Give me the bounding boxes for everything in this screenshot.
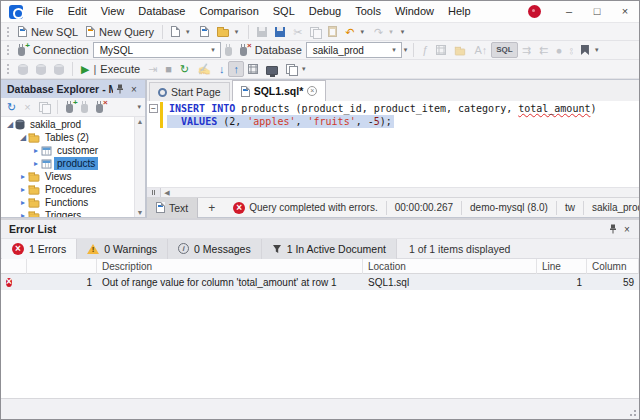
tree-node-sakila-prod[interactable]: ◢sakila_prod — [1, 118, 134, 131]
menu-comparison[interactable]: Comparison — [192, 1, 265, 22]
new-document-button[interactable]: ▾ — [167, 25, 196, 38]
scroll-up-icon[interactable]: ▲ — [135, 118, 145, 125]
menu-debug[interactable]: Debug — [302, 1, 348, 22]
collapsed-arrow-icon[interactable]: ▸ — [18, 172, 28, 181]
pin-icon[interactable] — [113, 82, 127, 96]
manage-connections-button[interactable] — [14, 63, 32, 76]
previous-statement-button[interactable]: ↓ — [215, 62, 229, 76]
split-editor-handle[interactable] — [147, 188, 161, 197]
fold-collapse-icon[interactable]: − — [149, 104, 158, 113]
collapsed-arrow-icon[interactable]: ▸ — [18, 198, 28, 207]
tab-sql1[interactable]: SQL1.sql* × — [232, 80, 327, 101]
new-connection-button[interactable]: + — [62, 100, 77, 114]
description-column-header[interactable]: Description — [97, 259, 363, 274]
close-tab-icon[interactable]: × — [307, 86, 317, 96]
scroll-down-icon[interactable]: ▼ — [135, 209, 145, 216]
toolbar-overflow-button[interactable]: ▾ — [593, 46, 601, 54]
comment-button[interactable]: ⦁ — [552, 43, 566, 57]
menu-help[interactable]: Help — [441, 1, 478, 22]
resize-grip[interactable] — [627, 407, 637, 417]
fold-gutter[interactable]: − — [147, 102, 160, 115]
new-query-button[interactable]: New Query — [82, 25, 158, 39]
new-window-button[interactable] — [196, 25, 213, 38]
sql-formatting-button[interactable]: SQL — [491, 42, 517, 58]
copy-button[interactable] — [306, 26, 324, 38]
tree-node-functions[interactable]: ▸Functions — [1, 196, 134, 209]
collapsed-arrow-icon[interactable]: ▸ — [18, 211, 28, 217]
connection-select[interactable]: MySQL▾ — [93, 42, 221, 58]
tab-start-page[interactable]: Start Page — [149, 82, 230, 101]
undo-button[interactable]: ↶▾ — [341, 25, 370, 39]
toolbar-grip[interactable] — [6, 44, 11, 56]
indent-increase-button[interactable]: ⇉ — [518, 43, 535, 57]
snippet-button[interactable] — [450, 44, 470, 57]
paste-button[interactable] — [324, 25, 341, 38]
query-history-button[interactable]: ↻ — [176, 62, 193, 76]
add-view-button[interactable]: + — [198, 201, 225, 215]
error-table-row[interactable]: 1Out of range value for column 'total_am… — [1, 274, 639, 290]
toolbar-grip[interactable] — [6, 26, 11, 38]
tree-node-products[interactable]: ▸products — [1, 157, 134, 170]
close-panel-button[interactable]: × — [127, 82, 141, 96]
new-sql-button[interactable]: New SQL — [14, 25, 82, 39]
format-profile-button[interactable]: ƒ — [418, 43, 432, 57]
query-profile-button[interactable] — [432, 44, 450, 56]
menu-edit[interactable]: Edit — [61, 1, 94, 22]
new-connection-button[interactable]: + — [14, 43, 29, 57]
disconnect-button[interactable]: × — [236, 43, 251, 57]
disconnect-button[interactable]: × — [92, 100, 107, 114]
execute-button[interactable]: ▶|Execute — [77, 62, 144, 76]
redo-button[interactable]: ↷▾ — [370, 25, 399, 39]
minimize-button[interactable]: – — [555, 1, 583, 22]
toolbar-overflow-button[interactable]: ▾ — [399, 28, 407, 36]
line-column-header[interactable]: Line — [537, 259, 587, 274]
delete-button[interactable]: × — [20, 100, 34, 114]
open-file-button[interactable]: ▾ — [213, 25, 245, 38]
errors-filter-button[interactable]: 1 Errors — [2, 239, 77, 259]
active-document-filter-button[interactable]: 1 In Active Document — [262, 239, 397, 259]
collapsed-arrow-icon[interactable]: ▸ — [18, 185, 28, 194]
duplicate-button[interactable] — [35, 101, 53, 113]
results-grid-button[interactable] — [244, 63, 262, 75]
menu-sql[interactable]: SQL — [266, 1, 302, 22]
stop-button[interactable]: ■ — [161, 62, 176, 76]
menu-view[interactable]: View — [94, 1, 132, 22]
tree-node-views[interactable]: ▸Views — [1, 170, 134, 183]
expanded-arrow-icon[interactable]: ◢ — [5, 120, 15, 129]
location-column-header[interactable]: Location — [363, 259, 537, 274]
tree-scrollbar[interactable]: ▲ ▼ — [134, 117, 145, 217]
explorer-overflow-button[interactable]: ▾ — [135, 103, 143, 111]
edit-database-button[interactable] — [50, 63, 68, 76]
cut-button[interactable]: ✂ — [289, 25, 306, 39]
column-column-header[interactable]: Column — [587, 259, 639, 274]
maximize-button[interactable]: □ — [583, 1, 611, 22]
toolbar-grip[interactable] — [6, 63, 11, 75]
uncomment-button[interactable]: ⦂ — [566, 43, 577, 57]
layout-windows-button[interactable] — [282, 63, 300, 75]
close-button[interactable]: × — [611, 1, 639, 22]
indent-decrease-button[interactable]: ⇇ — [535, 43, 552, 57]
database-refresh-dropdown[interactable]: ▾ — [402, 46, 410, 54]
close-panel-button[interactable]: × — [620, 222, 634, 236]
horizontal-scrollbar[interactable]: ◀ ▶ — [147, 187, 639, 197]
code-line[interactable]: −INSERT INTO products (product_id, produ… — [147, 102, 639, 115]
refresh-database-button[interactable] — [32, 63, 50, 76]
validate-button[interactable]: ✍ — [193, 62, 215, 76]
menu-file[interactable]: File — [29, 1, 61, 22]
connect-button[interactable] — [221, 43, 236, 57]
menu-database[interactable]: Database — [131, 1, 192, 22]
connect-button[interactable] — [77, 100, 92, 114]
save-all-button[interactable] — [271, 26, 289, 38]
menu-window[interactable]: Window — [388, 1, 441, 22]
scroll-left-icon[interactable]: ◀ — [161, 189, 173, 197]
tree-node-tables-2-[interactable]: ◢Tables (2) — [1, 131, 134, 144]
next-statement-button[interactable]: ↑ — [228, 61, 244, 77]
collapsed-arrow-icon[interactable]: ▸ — [31, 146, 41, 155]
code-editor[interactable]: −INSERT INTO products (product_id, produ… — [147, 101, 639, 187]
toolbar-overflow-button[interactable]: ▾ — [300, 65, 308, 73]
sort-button[interactable]: A↑ — [470, 43, 491, 57]
pin-icon[interactable] — [606, 222, 620, 236]
menu-tools[interactable]: Tools — [348, 1, 388, 22]
warnings-filter-button[interactable]: 0 Warnings — [77, 239, 168, 259]
number-column-header[interactable] — [27, 259, 97, 274]
